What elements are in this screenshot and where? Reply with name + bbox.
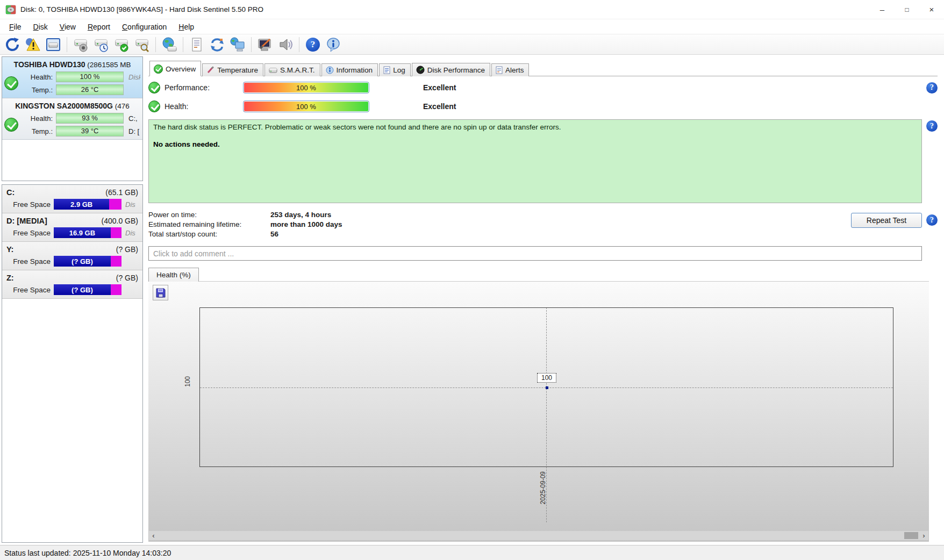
minimize-button[interactable]: –	[870, 0, 895, 19]
info-toolbar-icon[interactable]	[324, 36, 342, 53]
disk-display-icon[interactable]	[44, 36, 62, 53]
disk-status-ok-icon	[4, 76, 18, 90]
temp-label: Temp.:	[22, 86, 56, 94]
chart-x-label: 2025-09-09	[539, 471, 547, 516]
health-row: Health: 100 % Excellent	[148, 99, 938, 113]
maximize-button[interactable]: □	[895, 0, 919, 19]
tab-health-chart[interactable]: Health (%)	[148, 268, 199, 282]
disk-test-icon[interactable]	[112, 36, 131, 53]
configuration-icon[interactable]	[256, 36, 274, 53]
sound-icon[interactable]	[276, 36, 295, 53]
disk-icon	[269, 67, 277, 74]
disk-status-message: The hard disk status is PERFECT. Problem…	[148, 119, 922, 203]
menu-bar: File Disk View Report Configuration Help	[0, 19, 944, 34]
network-icon[interactable]	[228, 36, 247, 53]
health-label: Health:	[165, 102, 239, 111]
refresh-icon[interactable]	[3, 36, 22, 53]
health-label: Health:	[22, 114, 56, 123]
tab-temperature[interactable]: Temperature	[202, 63, 263, 76]
performance-rating: Excellent	[423, 83, 456, 92]
alerts-icon	[496, 66, 503, 74]
sync-icon[interactable]	[208, 36, 226, 53]
power-on-time-value: 253 days, 4 hours	[270, 211, 342, 219]
window-title: Disk: 0, TOSHIBA HDWD130 [986YWK4AS] - H…	[20, 5, 263, 13]
performance-ok-icon	[148, 82, 160, 94]
clipped-text: Dis	[121, 229, 139, 237]
partition-size: (400.0 GB)	[102, 217, 138, 225]
comment-input[interactable]	[148, 246, 922, 261]
tab-disk-performance[interactable]: Disk Performance	[412, 63, 490, 76]
scroll-left-arrow[interactable]: ‹	[149, 531, 158, 540]
toolbar-separator	[183, 37, 183, 52]
health-meter: 100 %	[243, 100, 369, 112]
menu-disk[interactable]: Disk	[27, 20, 54, 33]
web-disk-icon[interactable]	[160, 36, 178, 53]
menu-report[interactable]: Report	[82, 20, 116, 33]
disk-title: KINGSTON SA2000M8500G (476	[4, 100, 140, 113]
scroll-thumb[interactable]	[904, 532, 918, 539]
app-icon	[5, 4, 16, 15]
disk-search-icon[interactable]	[133, 36, 151, 53]
alert-disk-icon[interactable]	[24, 36, 42, 53]
partition-size: (? GB)	[116, 245, 138, 254]
gauge-icon	[416, 66, 425, 74]
free-space-label: Free Space	[5, 200, 54, 209]
status-text: The hard disk status is PERFECT. Problem…	[153, 123, 917, 131]
toolbar-separator	[299, 37, 299, 52]
status-action: No actions needed.	[153, 140, 917, 148]
partition-item-z[interactable]: Z: (? GB) Free Space (? GB)	[2, 270, 142, 299]
floppy-icon	[155, 288, 166, 298]
toolbar-separator	[155, 37, 156, 52]
clipped-text: Dis	[121, 200, 139, 209]
disk-list: TOSHIBA HDWD130 (2861585 MB Health: 100 …	[2, 56, 143, 181]
free-space-bar: 2.9 GB	[54, 199, 121, 210]
close-button[interactable]: ×	[919, 0, 944, 19]
partition-label: Y:	[6, 245, 13, 254]
disk-item-toshiba[interactable]: TOSHIBA HDWD130 (2861585 MB Health: 100 …	[2, 57, 142, 98]
partition-item-y[interactable]: Y: (? GB) Free Space (? GB)	[2, 242, 142, 270]
free-space-bar: (? GB)	[54, 284, 121, 295]
health-rating: Excellent	[423, 102, 456, 111]
menu-file[interactable]: File	[3, 20, 27, 33]
help-toolbar-icon[interactable]: ?	[304, 36, 322, 53]
tab-overview[interactable]: Overview	[149, 61, 201, 76]
disk-clock-icon[interactable]	[92, 36, 110, 53]
toolbar: ?	[0, 34, 944, 55]
repeat-test-button[interactable]: Repeat Test	[851, 213, 922, 228]
overview-check-icon	[154, 64, 163, 74]
tab-information[interactable]: Information	[321, 63, 378, 76]
disk-acoustic-icon[interactable]	[71, 36, 90, 53]
power-on-time-label: Power on time:	[148, 211, 270, 219]
tab-log[interactable]: Log	[379, 63, 411, 76]
tab-alerts[interactable]: Alerts	[491, 63, 530, 76]
start-stop-value: 56	[270, 230, 342, 238]
start-stop-label: Total start/stop count:	[148, 230, 270, 238]
save-chart-button[interactable]	[153, 285, 168, 300]
menu-help[interactable]: Help	[173, 20, 200, 33]
performance-help-icon[interactable]: ?	[926, 82, 938, 94]
menu-view[interactable]: View	[54, 20, 82, 33]
disk-item-kingston[interactable]: KINGSTON SA2000M8500G (476 Health: 93 % …	[2, 98, 142, 140]
chart-plot-area: 100	[199, 307, 893, 467]
disk-stats: Power on time: 253 days, 4 hours Estimat…	[148, 211, 342, 238]
free-space-label: Free Space	[5, 286, 54, 294]
toolbar-separator	[67, 37, 67, 52]
tab-smart[interactable]: S.M.A.R.T.	[264, 63, 320, 76]
menu-configuration[interactable]: Configuration	[116, 20, 173, 33]
scroll-right-arrow[interactable]: ›	[919, 531, 928, 540]
partition-item-d[interactable]: D: [MEDIA] (400.0 GB) Free Space 16.9 GB…	[2, 213, 142, 242]
partition-label: C:	[6, 188, 15, 197]
partition-label: D: [MEDIA]	[6, 217, 47, 225]
repeat-test-help-icon[interactable]: ?	[926, 214, 938, 226]
health-bar: 93 %	[56, 113, 124, 124]
chart-horizontal-scrollbar[interactable]: ‹ ›	[149, 531, 928, 540]
status-help-icon[interactable]: ?	[926, 120, 938, 132]
partition-list: C: (65.1 GB) Free Space 2.9 GB Dis D: [M…	[2, 184, 143, 543]
partition-item-c[interactable]: C: (65.1 GB) Free Space 2.9 GB Dis	[2, 185, 142, 213]
status-bar: Status last updated: 2025-11-10 Monday 1…	[0, 545, 944, 560]
report-icon[interactable]	[188, 36, 206, 53]
title-bar: Disk: 0, TOSHIBA HDWD130 [986YWK4AS] - H…	[0, 0, 944, 19]
health-chart-panel: 100 100 2025-09-09 ‹ ›	[148, 281, 929, 542]
chart-data-point	[546, 386, 548, 389]
health-ok-icon	[148, 100, 160, 112]
